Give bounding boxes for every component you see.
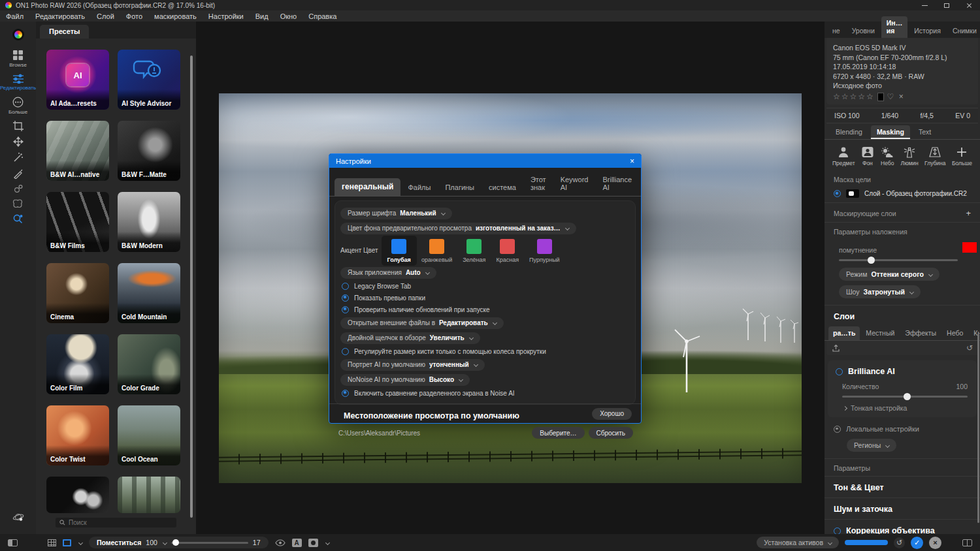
minimize-button[interactable] <box>913 0 936 10</box>
accent-swatch-purple[interactable]: Пурпурный <box>529 239 560 263</box>
preview-bg-color-dropdown[interactable]: Цвет фона предварительного просмотра изг… <box>340 223 576 234</box>
chevron-down-icon[interactable] <box>78 540 83 544</box>
preset-item[interactable]: Cinema <box>46 263 109 323</box>
brilliance-toggle-icon[interactable] <box>836 368 843 375</box>
fine-tune-row[interactable]: Тонкая настройка <box>828 401 977 413</box>
mask-depth-button[interactable]: Глубина <box>924 146 945 166</box>
nonoise-ai-dropdown[interactable]: NoNoise AI по умолчанию Высоко <box>340 374 470 386</box>
preset-item[interactable]: B&W F…Matte <box>118 121 180 181</box>
amount-slider[interactable] <box>842 396 968 398</box>
check-legacy-browse[interactable]: Legacy Browse Tab <box>340 280 630 292</box>
lens-correction-toggle-icon[interactable] <box>834 527 841 535</box>
check-brush-scroll-wheel[interactable]: Регулируйте размер кисти только с помощь… <box>340 345 630 357</box>
preset-item[interactable] <box>46 477 109 513</box>
preset-item[interactable]: Color Grade <box>118 334 180 394</box>
tab-local[interactable]: Местный <box>861 326 899 340</box>
show-dropdown[interactable]: ШоуЗатронутый <box>839 285 921 298</box>
mask-subject-button[interactable]: Предмет <box>832 146 855 166</box>
zoom-slider[interactable] <box>171 542 248 544</box>
tab-info[interactable]: Ин…ия <box>881 16 907 38</box>
reset-location-button[interactable]: Сбросить <box>589 427 633 439</box>
sync-tool[interactable] <box>12 512 24 522</box>
maximize-button[interactable] <box>936 0 958 10</box>
ai-wand-tool[interactable] <box>12 152 24 163</box>
font-size-dropdown[interactable]: Размер шрифта Маленький <box>340 208 452 219</box>
app-language-dropdown[interactable]: Язык приложения Auto <box>340 267 436 279</box>
local-settings-row[interactable]: Локальные настройки <box>825 417 980 437</box>
tab-brilliance-ai[interactable]: Brilliance AI <box>595 172 639 196</box>
grid-view-icon[interactable] <box>48 539 56 546</box>
presets-tab[interactable]: Пресеты <box>40 25 89 39</box>
nav-edit[interactable]: Редактировать <box>0 74 36 91</box>
tab-develop[interactable]: ра…ть <box>828 326 860 340</box>
preset-search[interactable] <box>56 518 176 527</box>
preset-item[interactable]: Cool Ocean <box>118 405 180 465</box>
menu-window[interactable]: Окно <box>280 12 297 20</box>
ai-brain-tool[interactable] <box>12 198 24 208</box>
ok-button[interactable]: Хорошо <box>592 408 632 420</box>
right-panel-scrollbar[interactable] <box>977 334 979 523</box>
menu-view[interactable]: Вид <box>255 12 269 20</box>
preview-eye-icon[interactable] <box>275 539 286 546</box>
tab-effects[interactable]: Эффекты <box>900 326 941 340</box>
presets-scrollbar[interactable] <box>190 55 193 518</box>
dialog-title-bar[interactable]: Настройки × <box>329 154 641 168</box>
mask-luminosity-button[interactable]: Люмин <box>901 146 919 166</box>
preset-item[interactable]: B&W Films <box>46 192 109 252</box>
tab-blending[interactable]: Blending <box>830 125 868 139</box>
preset-item[interactable]: AI Style Advisor <box>118 50 180 110</box>
close-button[interactable] <box>958 0 980 10</box>
accent-swatch-red[interactable]: Красная <box>496 239 519 263</box>
accent-swatch-orange[interactable]: оранжевый <box>421 239 452 263</box>
color-swatch[interactable] <box>537 239 552 254</box>
menu-photo[interactable]: Фото <box>126 12 142 20</box>
toggle-left-panel-button[interactable] <box>8 539 18 546</box>
layer-radio[interactable] <box>834 190 841 197</box>
mask-target-layer[interactable]: Слой - Образец фотографии.CR2 <box>825 185 980 202</box>
mask-more-button[interactable]: Больше <box>952 146 972 166</box>
color-label-icon[interactable]: ■ <box>878 93 883 101</box>
menu-help[interactable]: Справка <box>308 12 336 20</box>
tab-files[interactable]: Файлы <box>400 180 438 196</box>
preset-item[interactable] <box>118 477 180 513</box>
cancel-button[interactable]: × <box>929 537 941 549</box>
tab-system[interactable]: система <box>482 180 523 196</box>
star-icon[interactable]: ☆ <box>866 92 875 101</box>
menu-layer[interactable]: Слой <box>97 12 114 20</box>
export-icon[interactable] <box>832 344 840 353</box>
accent-swatch-green[interactable]: Зелёная <box>463 239 485 263</box>
section-noise-sharpen[interactable]: Шум и заточка <box>825 497 980 519</box>
star-icon[interactable]: ☆ <box>833 92 841 101</box>
opacity-slider[interactable] <box>839 259 958 261</box>
menu-settings[interactable]: Настройки <box>208 12 244 20</box>
tab-masking[interactable]: Masking <box>871 125 910 139</box>
rating-row[interactable]: ☆☆☆☆☆ ■ ♡ × <box>833 92 972 102</box>
apply-button[interactable]: ✓ <box>911 537 923 549</box>
tab-snapshots[interactable]: Снимки <box>947 24 980 38</box>
mask-sky-button[interactable]: Небо <box>880 146 894 166</box>
star-icon[interactable]: ☆ <box>858 92 866 101</box>
brilliance-header[interactable]: Brilliance AI <box>828 366 977 379</box>
tab-plugins[interactable]: Плагины <box>438 180 482 196</box>
chevron-down-icon[interactable] <box>325 540 329 544</box>
dialog-close-icon[interactable]: × <box>630 157 634 166</box>
amount-slider-knob[interactable] <box>904 393 911 400</box>
zoom-ai-tool[interactable] <box>12 213 24 225</box>
soft-proof-icon[interactable]: A <box>292 539 302 547</box>
tab-keyword-ai[interactable]: Keyword AI <box>553 172 596 196</box>
undo-button[interactable]: ↺ <box>894 537 905 548</box>
opacity-slider-knob[interactable] <box>868 257 875 264</box>
color-swatch[interactable] <box>429 239 444 254</box>
open-external-files-dropdown[interactable]: Открытые внешние файлы в Редактировать <box>340 317 504 329</box>
check-split-screen-noise-ai[interactable]: Включить сравнение разделенного экрана в… <box>340 387 630 399</box>
choose-location-button[interactable]: Выберите… <box>532 427 584 439</box>
brush-tool[interactable] <box>13 168 24 179</box>
tab-sky[interactable]: Небо <box>942 326 968 340</box>
preset-item[interactable]: AIAI Ada…resets <box>46 50 109 110</box>
nav-browse[interactable]: Browse <box>9 50 27 68</box>
mask-background-button[interactable]: Фон <box>861 146 874 166</box>
crop-tool[interactable] <box>13 121 24 131</box>
add-mask-layer-button[interactable]: + <box>966 208 971 218</box>
portrait-ai-dropdown[interactable]: Портрет AI по умолчанию утонченный <box>340 359 485 371</box>
nav-more[interactable]: Больше <box>8 97 27 115</box>
